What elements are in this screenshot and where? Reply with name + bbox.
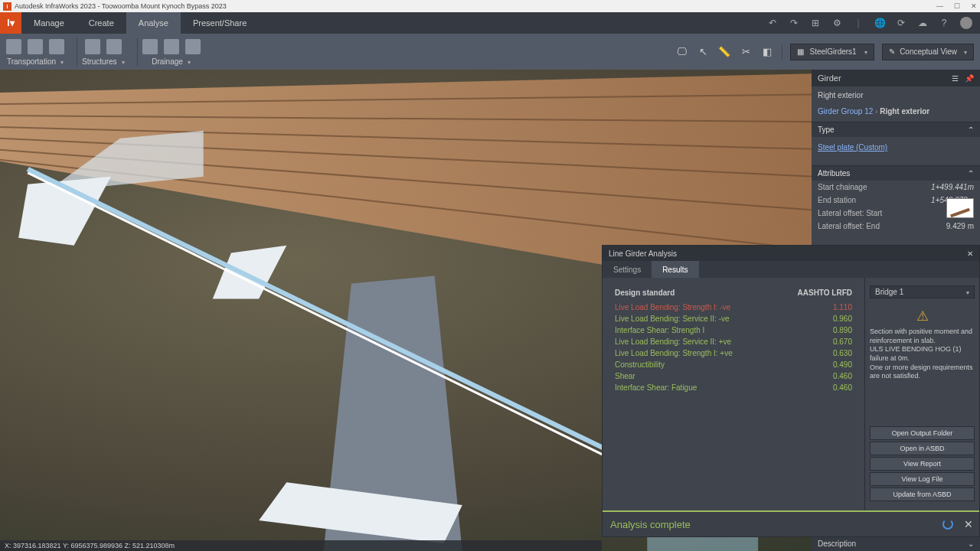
analysis-status-bar: Analysis complete ✕ xyxy=(603,510,979,536)
tab-settings[interactable]: Settings xyxy=(603,261,652,278)
ribbon-structures[interactable]: Structures xyxy=(82,37,125,66)
ribbon-structures-label: Structures xyxy=(82,57,117,66)
result-row[interactable]: Live Load Bending: Strength I: +ve0.630 xyxy=(615,347,852,359)
pointer-icon[interactable]: ↖ xyxy=(696,45,710,59)
open-output-folder-button[interactable]: Open Output Folder xyxy=(870,426,975,440)
tab-create[interactable]: Create xyxy=(77,12,126,34)
close-icon[interactable]: ✕ xyxy=(971,2,977,10)
result-row[interactable]: Interface Shear: Strength I0.890 xyxy=(615,324,852,336)
help-icon[interactable]: ? xyxy=(939,18,949,28)
section-attr-label: Attributes xyxy=(818,169,850,178)
pin-icon[interactable]: 📌 xyxy=(965,74,974,83)
analysis-title: Line Girder Analysis xyxy=(609,249,677,258)
results-side: Bridge 1 ⚠ Section with positive moment … xyxy=(864,278,979,510)
globe-icon[interactable]: 🌐 xyxy=(874,18,885,28)
coordinates-readout: X: 397316.183821 Y: 6956375.989936 Z: 52… xyxy=(5,542,175,549)
redo-icon[interactable]: ↷ xyxy=(789,18,799,28)
refresh-icon[interactable]: ⟳ xyxy=(896,18,906,28)
bridge-select[interactable]: Bridge 1 xyxy=(870,285,975,298)
user-avatar[interactable] xyxy=(960,17,972,29)
undo-icon[interactable]: ↶ xyxy=(767,18,778,28)
section-type[interactable]: Type⌃ xyxy=(812,122,980,137)
minimize-icon[interactable]: — xyxy=(936,2,943,10)
analysis-status-text: Analysis complete xyxy=(610,519,691,530)
bridge-select-label: Bridge 1 xyxy=(875,288,903,296)
section-icon[interactable]: ◧ xyxy=(760,45,774,59)
result-row[interactable]: Shear0.460 xyxy=(615,370,852,382)
crumb-current: Right exterior xyxy=(880,107,929,116)
cloud-icon[interactable]: ☁ xyxy=(917,18,928,28)
open-asbd-button[interactable]: Open in ASBD xyxy=(870,442,975,455)
view-mode-label: Conceptual View xyxy=(900,47,957,56)
cut-icon[interactable]: ✂ xyxy=(739,45,753,59)
desc-label: Description xyxy=(818,540,856,548)
view-report-button[interactable]: View Report xyxy=(870,457,975,471)
tab-analyse[interactable]: Analyse xyxy=(126,12,181,34)
ribbon-transportation-label: Transportation xyxy=(7,57,56,66)
menu-right-icons: ↶ ↷ ⊞ ⚙ | 🌐 ⟳ ☁ ? xyxy=(767,12,980,34)
view-log-button[interactable]: View Log File xyxy=(870,472,975,486)
tab-results[interactable]: Results xyxy=(652,261,698,278)
end-station-label: End station xyxy=(818,196,856,204)
lat-end-value[interactable]: 9.429 m xyxy=(946,222,974,230)
window-controls: — ☐ ✕ xyxy=(936,2,977,10)
section-attributes[interactable]: Attributes⌃ xyxy=(812,166,980,181)
breadcrumb: Girder Group 12 › Right exterior xyxy=(812,104,980,122)
menu-icon[interactable]: ☰ xyxy=(952,74,959,83)
warning-text: Section with positive moment and reinfor… xyxy=(870,328,975,381)
app-logo-button[interactable]: I▾ xyxy=(0,12,21,34)
title-bar: I Autodesk InfraWorks 2023 - Toowoomba M… xyxy=(0,0,980,12)
gear-icon[interactable]: ⚙ xyxy=(831,18,842,28)
prop-title: Girder xyxy=(818,73,841,83)
lat-end-label: Lateral offset: End xyxy=(818,222,880,230)
type-link[interactable]: Steel plate (Custom) xyxy=(812,137,980,158)
result-row[interactable]: Live Load Bending: Service II: +ve0.670 xyxy=(615,336,852,347)
analysis-panel: Line Girder Analysis ✕ Settings Results … xyxy=(602,245,980,537)
prop-subtitle: Right exterior xyxy=(812,86,980,104)
update-asbd-button[interactable]: Update from ASBD xyxy=(870,487,975,501)
window-title: Autodesk InfraWorks 2023 - Toowoomba Mou… xyxy=(15,2,227,10)
result-row[interactable]: Interface Shear: Fatigue0.460 xyxy=(615,382,852,393)
results-list: Design standard AASHTO LRFD Live Load Be… xyxy=(603,278,864,510)
main-menu: I▾ Manage Create Analyse Present/Share ↶… xyxy=(0,12,980,34)
result-row[interactable]: Live Load Bending: Strength I: -ve1.110 xyxy=(615,302,852,313)
spinner-icon xyxy=(942,519,953,530)
start-chainage-label: Start chainage xyxy=(818,183,867,191)
ribbon: Transportation Structures Drainage 🖵 ↖ 📏… xyxy=(0,34,980,70)
section-type-label: Type xyxy=(818,126,835,134)
girder-select-label: SteelGirders1 xyxy=(810,47,857,56)
measure-icon[interactable]: 📏 xyxy=(717,45,731,59)
grid-icon[interactable]: ⊞ xyxy=(810,18,821,28)
ribbon-drainage[interactable]: Drainage xyxy=(142,37,201,66)
result-row[interactable]: Live Load Bending: Service II: -ve0.960 xyxy=(615,313,852,324)
warning-icon: ⚠ xyxy=(870,308,975,324)
section-description[interactable]: Description⌄ xyxy=(812,536,980,551)
girder-select[interactable]: ▦SteelGirders1 xyxy=(790,44,874,60)
lat-start-label: Lateral offset: Start xyxy=(818,209,882,217)
start-chainage-value: 1+499.441m xyxy=(931,183,974,191)
tab-manage[interactable]: Manage xyxy=(21,12,77,34)
maximize-icon[interactable]: ☐ xyxy=(954,2,960,10)
coord-status-bar: X: 397316.183821 Y: 6956375.989936 Z: 52… xyxy=(0,540,602,551)
status-close-icon[interactable]: ✕ xyxy=(964,518,973,530)
type-thumbnail[interactable] xyxy=(946,198,974,218)
analysis-close-icon[interactable]: ✕ xyxy=(967,249,973,258)
ribbon-drainage-label: Drainage xyxy=(152,57,183,66)
result-row[interactable]: Constructibility0.490 xyxy=(615,359,852,370)
design-std-value: AASHTO LRFD xyxy=(798,289,852,297)
view-mode-select[interactable]: ✎Conceptual View xyxy=(882,44,974,60)
design-std-label: Design standard xyxy=(615,289,675,297)
ribbon-transportation[interactable]: Transportation xyxy=(6,37,64,66)
crumb-group[interactable]: Girder Group 12 xyxy=(818,107,873,116)
tab-present[interactable]: Present/Share xyxy=(181,12,259,34)
display-icon[interactable]: 🖵 xyxy=(675,45,688,59)
app-icon: I xyxy=(3,2,11,11)
